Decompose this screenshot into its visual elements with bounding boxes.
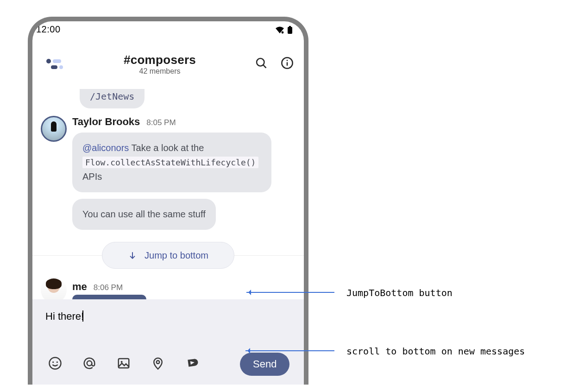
message-bubble — [72, 295, 146, 299]
video-icon[interactable] — [185, 356, 199, 372]
svg-line-4 — [263, 65, 266, 68]
message-bubble[interactable]: You can use all the same stuff — [72, 199, 216, 230]
annotation-arrow — [245, 350, 334, 351]
svg-rect-13 — [119, 359, 129, 368]
annotation-label: scroll to bottom on new messages — [346, 346, 525, 357]
svg-point-10 — [52, 361, 54, 363]
message-composer: Hi there! Send — [32, 299, 304, 385]
avatar[interactable] — [41, 116, 67, 142]
svg-point-9 — [50, 358, 61, 369]
status-clock: 12:00 — [36, 24, 61, 35]
svg-rect-1 — [289, 26, 291, 27]
svg-point-14 — [121, 361, 123, 363]
app-header: #composers 42 members — [32, 44, 304, 83]
svg-point-12 — [87, 361, 92, 366]
svg-point-0 — [282, 32, 284, 34]
message-time: 8:06 PM — [94, 283, 123, 292]
mention-icon[interactable] — [82, 356, 96, 372]
status-bar: 12:00 — [32, 23, 304, 39]
arrow-down-icon — [128, 251, 137, 260]
avatar[interactable] — [41, 277, 67, 299]
battery-icon — [287, 26, 293, 34]
svg-point-15 — [157, 360, 160, 364]
composer-input[interactable]: Hi there! — [45, 310, 291, 322]
emoji-icon[interactable] — [48, 356, 62, 372]
channel-members: 42 members — [65, 67, 255, 76]
location-icon[interactable] — [151, 356, 165, 372]
jump-to-bottom-button[interactable]: Jump to bottom — [102, 242, 234, 269]
channel-title[interactable]: #composers — [65, 53, 255, 67]
jump-to-bottom-label: Jump to bottom — [145, 250, 208, 261]
annotation-arrow — [246, 292, 334, 293]
message-bubble: /JetNews — [80, 89, 145, 108]
svg-point-11 — [57, 361, 58, 363]
annotation-label: JumpToBottom button — [346, 287, 453, 298]
send-button[interactable]: Send — [240, 353, 289, 376]
inline-code: Flow.collectAsStateWithLifecycle() — [82, 157, 258, 168]
message-author[interactable]: Taylor Brooks — [72, 116, 140, 128]
app-logo-icon[interactable] — [43, 53, 65, 75]
message-row: Taylor Brooks 8:05 PM @aliconors Take a … — [41, 116, 296, 230]
message-time: 8:05 PM — [146, 118, 176, 127]
info-icon[interactable] — [281, 57, 294, 71]
phone-frame: 12:00 #composers 42 members — [28, 17, 308, 385]
mention[interactable]: @aliconors — [82, 143, 129, 153]
image-icon[interactable] — [117, 356, 131, 372]
svg-point-7 — [287, 60, 288, 61]
divider: Jump to bottom — [41, 242, 296, 269]
message-author[interactable]: me — [72, 281, 87, 293]
svg-rect-2 — [288, 27, 292, 34]
message-bubble[interactable]: @aliconors Take a look at the Flow.colle… — [72, 133, 271, 192]
message-row: me 8:06 PM — [41, 277, 296, 299]
search-icon[interactable] — [255, 57, 268, 71]
wifi-icon — [275, 26, 284, 34]
svg-point-3 — [257, 58, 264, 66]
message-list[interactable]: /JetNews Taylor Brooks 8:05 PM @aliconor… — [32, 89, 304, 299]
